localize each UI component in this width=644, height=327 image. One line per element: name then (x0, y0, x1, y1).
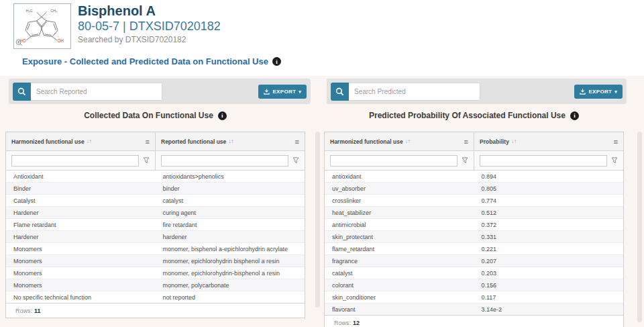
cell-harmonized-use: uv_absorber (325, 183, 474, 194)
filter-input-harmonized[interactable] (11, 155, 139, 167)
filter-input-harmonized[interactable] (330, 155, 458, 167)
table-row: catalyst 0.203 (325, 267, 623, 279)
cell-reported-use: binder (156, 183, 305, 194)
cell-reported-use: hardener (156, 231, 305, 242)
cell-harmonized-use: skin_protectant (325, 231, 474, 242)
chemical-structure-thumbnail[interactable]: H₃C CH₃ HO OH (13, 3, 71, 49)
chemical-header: Bisphenol A 80-05-7 | DTXSID7020182 Sear… (78, 3, 221, 44)
column-header-harmonized[interactable]: Harmonized functional use ↓↑ ≡ (325, 132, 474, 150)
cell-probability: 0.805 (474, 183, 624, 194)
column-label: Harmonized functional use (11, 138, 85, 145)
filter-cell (6, 151, 155, 170)
table-row: skin_protectant 0.331 (325, 230, 623, 242)
table-row: Hardener curing agent (6, 206, 305, 218)
filter-cell (474, 151, 623, 170)
cell-harmonized-use: Monomers (6, 255, 156, 267)
download-icon (580, 89, 586, 95)
scrollbar[interactable] (637, 132, 642, 322)
table-row: antioxidant 0.894 (325, 171, 623, 182)
cell-harmonized-use: Hardener (6, 207, 156, 218)
cell-reported-use: fire retardant (156, 219, 305, 230)
search-icon (335, 87, 344, 96)
export-predicted-button[interactable]: EXPORT ▾ (574, 85, 623, 99)
table-row: Antioxidant antioxidants>phenolics (6, 171, 305, 182)
cell-harmonized-use: crosslinker (325, 195, 474, 206)
table-row: Flame retardant fire retardant (6, 218, 305, 230)
cell-probability: 0.221 (474, 243, 624, 254)
column-menu-icon[interactable]: ≡ (295, 138, 299, 146)
table-header-row: Harmonized functional use ↓↑ ≡ Reported … (6, 132, 305, 151)
table-row: antimicrobial 0.372 (325, 218, 623, 230)
scrollbar[interactable] (315, 132, 320, 308)
cell-probability: 0.774 (474, 195, 624, 206)
sort-icon[interactable]: ↓↑ (87, 138, 92, 144)
predicted-toolbar: EXPORT ▾ (327, 79, 627, 104)
cell-harmonized-use: Monomers (6, 243, 156, 254)
rows-label: Rows: (334, 320, 351, 326)
cell-probability: 3.14e-2 (474, 303, 624, 315)
cell-harmonized-use: flame_retardant (325, 243, 474, 254)
cell-probability: 0.156 (474, 279, 624, 291)
info-icon[interactable]: i (272, 57, 281, 66)
sort-icon[interactable]: ↓↑ (405, 138, 411, 144)
search-icon (17, 87, 26, 96)
table-row: Monomers monomer, bisphenol a-epichloroh… (6, 242, 305, 254)
caret-down-icon: ▾ (299, 89, 301, 94)
column-header-harmonized[interactable]: Harmonized functional use ↓↑ ≡ (6, 132, 155, 150)
table-row: Binder binder (6, 182, 305, 194)
cell-reported-use: monomer, epichlorohydrin-bisphenol a res… (156, 267, 305, 279)
cell-reported-use: monomer, epichlorohydrin bisphenol a res… (156, 255, 305, 267)
cell-harmonized-use: skin_conditioner (325, 291, 474, 303)
filter-funnel-icon[interactable] (143, 157, 150, 164)
filter-funnel-icon[interactable] (292, 157, 299, 164)
table-row: Monomers monomer, polycarbonate (6, 279, 305, 291)
column-header-probability[interactable]: Probability ↓↑ ≡ (474, 132, 623, 150)
filter-input-reported[interactable] (161, 155, 288, 167)
filter-input-probability[interactable] (480, 155, 607, 167)
cell-harmonized-use: Monomers (6, 267, 156, 279)
export-label: EXPORT (272, 89, 296, 95)
table-row: Monomers monomer, epichlorohydrin bisphe… (6, 254, 305, 267)
cell-reported-use: monomer, polycarbonate (156, 279, 305, 291)
table-footer: Rows: 11 (6, 303, 305, 318)
table-row: flavorant 3.14e-2 (325, 303, 623, 315)
sort-icon[interactable]: ↓↑ (228, 138, 233, 144)
search-predicted-input[interactable] (349, 83, 480, 101)
cell-harmonized-use: No specific technical function (6, 291, 156, 303)
collected-data-table: Harmonized functional use ↓↑ ≡ Reported … (5, 132, 305, 318)
table-row: flame_retardant 0.221 (325, 242, 623, 254)
cell-reported-use: monomer, bisphenol a-epichlorohydrin acr… (156, 243, 305, 254)
predicted-probability-table: Harmonized functional use ↓↑ ≡ Probabili… (324, 132, 624, 327)
methyl-right-label: CH₃ (50, 9, 57, 13)
cell-harmonized-use: antimicrobial (325, 219, 474, 230)
searched-by-text: Searched by DTXSID7020182 (78, 36, 221, 45)
table-row: fragrance 0.207 (325, 254, 623, 267)
search-predicted-button[interactable] (331, 83, 349, 101)
cell-reported-use: not reported (156, 291, 305, 303)
filter-funnel-icon[interactable] (462, 157, 468, 164)
search-reported-input[interactable] (31, 83, 162, 101)
filter-cell (155, 151, 305, 170)
collected-table-title: Collected Data On Functional Use i (5, 111, 305, 120)
column-header-reported[interactable]: Reported functional use ↓↑ ≡ (155, 132, 305, 150)
column-menu-icon[interactable]: ≡ (146, 138, 150, 146)
info-icon[interactable]: i (570, 111, 579, 120)
section-heading-text: Exposure - Collected and Predicted Data … (22, 56, 268, 66)
filter-funnel-icon[interactable] (611, 157, 618, 164)
column-menu-icon[interactable]: ≡ (614, 138, 618, 146)
sort-icon[interactable]: ↓↑ (511, 138, 517, 144)
table-row: No specific technical function not repor… (6, 291, 305, 303)
column-label: Harmonized functional use (330, 138, 403, 145)
table-row: Catalyst catalyst (6, 194, 305, 206)
section-heading: Exposure - Collected and Predicted Data … (22, 56, 281, 66)
cell-probability: 0.372 (474, 219, 624, 230)
cell-reported-use: catalyst (156, 195, 305, 206)
cell-harmonized-use: Monomers (6, 279, 156, 291)
search-reported-button[interactable] (13, 83, 31, 101)
column-label: Probability (480, 138, 509, 145)
info-icon[interactable]: i (218, 111, 227, 120)
export-reported-button[interactable]: EXPORT ▾ (258, 85, 307, 99)
predicted-table-title-text: Predicted Probability Of Associated Func… (369, 111, 566, 120)
hydroxyl-right-label: OH (57, 38, 64, 43)
column-menu-icon[interactable]: ≡ (464, 138, 468, 146)
